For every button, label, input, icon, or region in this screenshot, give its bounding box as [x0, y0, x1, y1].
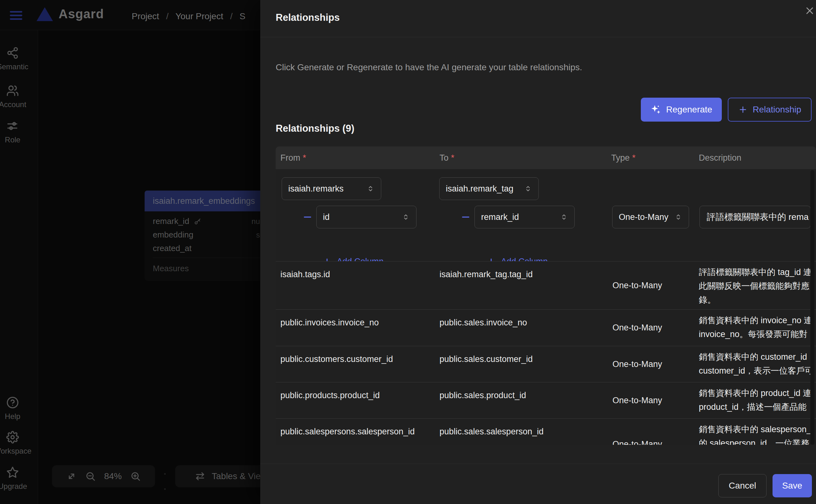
chevron-updown-icon [366, 185, 375, 193]
chevron-updown-icon [524, 185, 532, 193]
from-column-select[interactable]: id [316, 206, 417, 228]
close-icon[interactable] [804, 5, 816, 18]
screen: Asgard Project / Your Project / S Semant… [0, 0, 816, 504]
cell-description: 銷售資料表中的 invoice_no 連 invoice_no。每張發票可能對 [699, 313, 813, 341]
chevron-updown-icon [560, 213, 568, 221]
vertical-scrollbar[interactable] [810, 170, 814, 445]
relationships-table: From* To* Type* Description isaiah.remar… [276, 146, 816, 445]
cell-type: One-to-Many [612, 261, 662, 309]
relationship-row[interactable]: public.products.product_id public.sales.… [276, 382, 816, 418]
regenerate-label: Regenerate [666, 105, 712, 115]
modal-footer: Cancel Save [260, 464, 816, 504]
relationships-modal: Relationships Click Generate or Regenera… [260, 0, 816, 504]
to-column-value: remark_id [481, 212, 519, 222]
description-input[interactable]: 評語標籤關聯表中的 rema [699, 206, 811, 228]
relationship-row[interactable]: isaiah.tags.id isaiah.remark_tag.tag_id … [276, 261, 816, 309]
cell-description: 銷售資料表中的 customer_id customer_id，表示一位客戶可 [699, 350, 813, 378]
table-header-row: From* To* Type* Description [276, 146, 816, 169]
column-header-description: Description [699, 146, 741, 169]
save-button[interactable]: Save [773, 474, 812, 497]
cell-from: isaiah.tags.id [280, 270, 330, 279]
column-header-from: From* [280, 146, 306, 169]
column-header-to: To* [440, 146, 454, 169]
required-mark: * [303, 153, 306, 163]
edit-relationship-row: isaiah.remarks isaiah.remark_tag id [276, 169, 816, 261]
add-relationship-label: Relationship [753, 105, 801, 115]
add-relationship-button[interactable]: Relationship [728, 98, 812, 122]
cell-from: public.salespersons.salesperson_id [280, 427, 415, 437]
cell-to: isaiah.remark_tag.tag_id [440, 270, 533, 279]
modal-header: Relationships [260, 0, 816, 37]
cell-to: public.sales.invoice_no [440, 318, 527, 328]
relationship-row[interactable]: public.invoices.invoice_no public.sales.… [276, 309, 816, 346]
chevron-updown-icon [402, 213, 410, 221]
cell-description: 銷售資料表中的 product_id 連 product_id，描述一個產品能 [699, 386, 813, 414]
relationship-type-select[interactable]: One-to-Many [612, 206, 689, 228]
cell-from: public.customers.customer_id [280, 354, 393, 364]
to-column-select[interactable]: remark_id [474, 206, 575, 228]
from-table-value: isaiah.remarks [288, 184, 344, 194]
cell-from: public.invoices.invoice_no [280, 318, 379, 328]
remove-to-column-button[interactable] [461, 212, 470, 222]
cell-type: One-to-Many [612, 382, 662, 418]
modal-intro-text: Click Generate or Regenerate to have the… [276, 62, 582, 72]
cell-from: public.products.product_id [280, 391, 380, 400]
cell-type: One-to-Many [612, 346, 662, 382]
minus-icon [303, 212, 312, 222]
modal-title: Relationships [276, 12, 340, 23]
cell-description: 評語標籤關聯表中的 tag_id 連 此關聯反映一個標籤能夠對應 錄。 [699, 265, 813, 307]
relationship-row[interactable]: public.salespersons.salesperson_id publi… [276, 418, 816, 445]
from-column-value: id [323, 212, 330, 222]
cell-to: public.sales.product_id [440, 391, 526, 400]
cell-type: One-to-Many [612, 419, 662, 445]
from-table-select[interactable]: isaiah.remarks [282, 177, 381, 200]
regenerate-button[interactable]: Regenerate [641, 98, 722, 122]
to-table-select[interactable]: isaiah.remark_tag [439, 177, 539, 200]
sparkle-icon [650, 104, 661, 115]
cancel-button[interactable]: Cancel [718, 474, 767, 497]
cell-description: 銷售資料表中的 salesperson_ 的 salesperson_id，一位… [699, 422, 813, 445]
cell-to: public.sales.customer_id [440, 354, 533, 364]
required-mark: * [451, 153, 455, 163]
plus-icon [738, 105, 748, 114]
minus-icon [461, 212, 470, 222]
chevron-updown-icon [674, 213, 682, 221]
relationships-count-title: Relationships (9) [276, 123, 354, 134]
to-table-value: isaiah.remark_tag [446, 184, 514, 194]
column-header-type: Type* [611, 146, 635, 169]
cell-type: One-to-Many [612, 310, 662, 346]
relationship-row[interactable]: public.customers.customer_id public.sale… [276, 346, 816, 382]
required-mark: * [632, 153, 636, 163]
description-value: 評語標籤關聯表中的 rema [707, 211, 809, 223]
remove-from-column-button[interactable] [303, 212, 312, 222]
cell-to: public.sales.salesperson_id [440, 427, 543, 437]
relationship-type-value: One-to-Many [619, 212, 669, 222]
